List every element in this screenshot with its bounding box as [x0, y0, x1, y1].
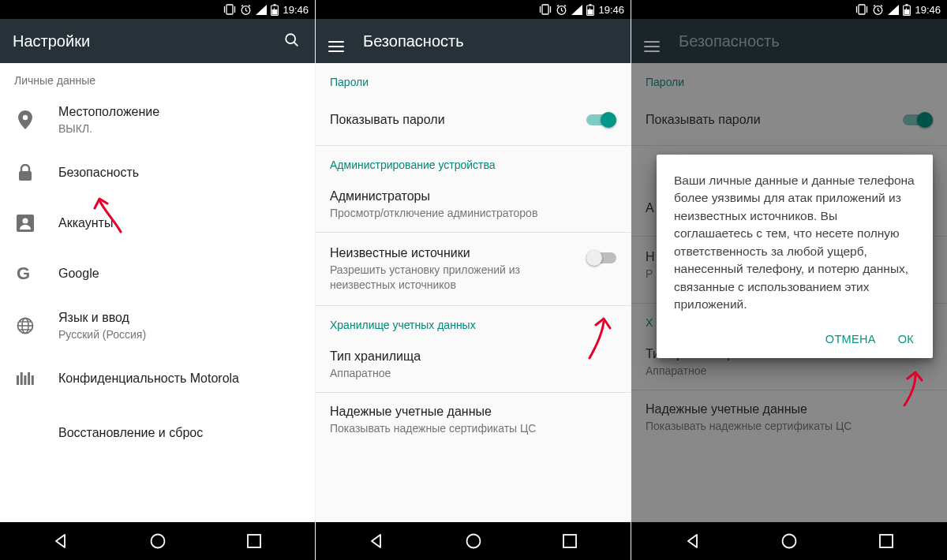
battery-icon: [586, 4, 594, 16]
svg-rect-20: [28, 372, 30, 385]
svg-point-7: [286, 34, 295, 43]
vibrate-icon: [223, 4, 236, 15]
item-sub: Разрешить установку приложений из неизве…: [330, 263, 577, 293]
nav-back-icon[interactable]: [25, 522, 96, 560]
item-title: Надежные учетные данные: [330, 404, 616, 420]
vibrate-icon: [539, 4, 552, 15]
nav-bar: [316, 522, 631, 560]
alarm-icon: [872, 4, 884, 16]
settings-item-security[interactable]: Безопасность: [0, 147, 315, 198]
menu-icon[interactable]: [328, 32, 347, 50]
section-passwords: Пароли: [316, 63, 631, 95]
screen-security-dialog: 19:46 Безопасность Пароли Показывать пар…: [631, 0, 947, 560]
svg-rect-5: [274, 4, 276, 6]
svg-rect-21: [32, 375, 34, 385]
item-title: Неизвестные источники: [330, 245, 577, 261]
item-title: Местоположение: [58, 104, 301, 120]
signal-icon: [888, 5, 899, 15]
menu-icon[interactable]: [644, 32, 663, 50]
section-cred-storage: Хранилище учетных данных: [316, 306, 631, 338]
status-bar: 19:46: [0, 0, 315, 19]
alarm-icon: [240, 4, 252, 16]
search-icon[interactable]: [283, 32, 302, 50]
nav-home-icon[interactable]: [438, 522, 509, 560]
item-sub: Аппаратное: [330, 366, 616, 381]
security-item-storage-type[interactable]: Тип хранилища Аппаратное: [316, 338, 631, 392]
security-item-show-passwords[interactable]: Показывать пароли: [316, 95, 631, 145]
nav-back-icon[interactable]: [657, 522, 728, 560]
svg-rect-17: [17, 375, 19, 385]
nav-home-icon[interactable]: [754, 522, 825, 560]
svg-rect-38: [906, 4, 908, 6]
app-bar: Безопасность: [316, 19, 631, 63]
page-title: Настройки: [13, 32, 268, 50]
svg-rect-41: [880, 535, 893, 547]
dialog-ok-button[interactable]: ОК: [898, 333, 914, 345]
svg-point-12: [23, 218, 28, 223]
item-title: Google: [58, 266, 301, 282]
svg-rect-33: [859, 5, 865, 14]
vibrate-icon: [855, 4, 868, 15]
security-item-unknown-sources[interactable]: Неизвестные источники Разрешить установк…: [316, 233, 631, 305]
nav-recent-icon[interactable]: [534, 522, 605, 560]
app-bar: Безопасность: [631, 19, 947, 63]
battery-icon: [903, 4, 911, 16]
nav-recent-icon[interactable]: [219, 522, 290, 560]
item-title: Аккаунты: [58, 215, 301, 231]
item-sub: Показывать надежные сертификаты ЦС: [330, 421, 616, 436]
globe-icon: [14, 317, 36, 334]
settings-item-language[interactable]: Язык и ввод Русский (Россия): [0, 299, 315, 353]
nav-back-icon[interactable]: [341, 522, 412, 560]
page-title: Безопасность: [363, 32, 618, 50]
screen-settings: 19:46 Настройки Личные данные Местополож…: [0, 0, 316, 560]
item-title: Показывать пароли: [330, 112, 577, 128]
dialog-text: Ваши личные данные и данные телефона бол…: [674, 172, 915, 314]
alarm-icon: [556, 4, 567, 16]
svg-point-22: [151, 535, 164, 548]
dialog-cancel-button[interactable]: ОТМЕНА: [825, 333, 876, 345]
svg-rect-10: [19, 171, 32, 181]
google-icon: G: [14, 265, 36, 282]
item-title: Конфиденциальность Motorola: [58, 371, 301, 386]
item-title: Безопасность: [58, 165, 301, 181]
unknown-sources-switch[interactable]: [586, 250, 616, 266]
section-device-admin: Администрирование устройства: [316, 146, 631, 177]
settings-item-location[interactable]: Местоположение ВЫКЛ.: [0, 93, 315, 147]
svg-rect-19: [24, 375, 26, 385]
nav-bar: [631, 522, 947, 560]
status-time: 19:46: [915, 4, 941, 16]
settings-item-accounts[interactable]: Аккаунты: [0, 198, 315, 248]
item-sub: Русский (Россия): [58, 327, 301, 342]
settings-item-google[interactable]: G Google: [0, 248, 315, 299]
show-passwords-switch[interactable]: [586, 112, 616, 128]
svg-rect-18: [21, 372, 23, 385]
item-sub: Просмотр/отключение администраторов: [330, 206, 616, 221]
svg-rect-23: [248, 535, 260, 547]
nav-recent-icon[interactable]: [851, 522, 922, 560]
item-sub: ВЫКЛ.: [58, 121, 301, 136]
svg-rect-32: [563, 535, 576, 547]
confirm-dialog: Ваши личные данные и данные телефона бол…: [657, 155, 933, 358]
svg-point-31: [466, 535, 480, 548]
svg-rect-0: [226, 5, 233, 14]
settings-content: Личные данные Местоположение ВЫКЛ. Безоп…: [0, 63, 315, 522]
nav-bar: [0, 522, 315, 560]
security-item-admins[interactable]: Администраторы Просмотр/отключение админ…: [316, 177, 631, 232]
app-bar: Настройки: [0, 19, 315, 63]
security-item-trusted-creds[interactable]: Надежные учетные данные Показывать надеж…: [316, 393, 631, 447]
svg-rect-29: [590, 4, 592, 6]
settings-item-reset[interactable]: Восстановление и сброс: [0, 404, 315, 454]
item-title: Восстановление и сброс: [58, 425, 301, 441]
svg-rect-24: [542, 5, 548, 14]
screen-security: 19:46 Безопасность Пароли Показывать пар…: [316, 0, 631, 560]
page-title: Безопасность: [679, 32, 934, 50]
nav-home-icon[interactable]: [122, 522, 193, 560]
status-time: 19:46: [598, 4, 624, 16]
svg-line-8: [294, 43, 298, 47]
battery-icon: [271, 4, 279, 16]
account-icon: [14, 215, 36, 232]
status-bar: 19:46: [316, 0, 631, 19]
settings-item-privacy[interactable]: Конфиденциальность Motorola: [0, 353, 315, 404]
status-bar: 19:46: [631, 0, 947, 19]
item-title: Язык и ввод: [58, 310, 301, 326]
